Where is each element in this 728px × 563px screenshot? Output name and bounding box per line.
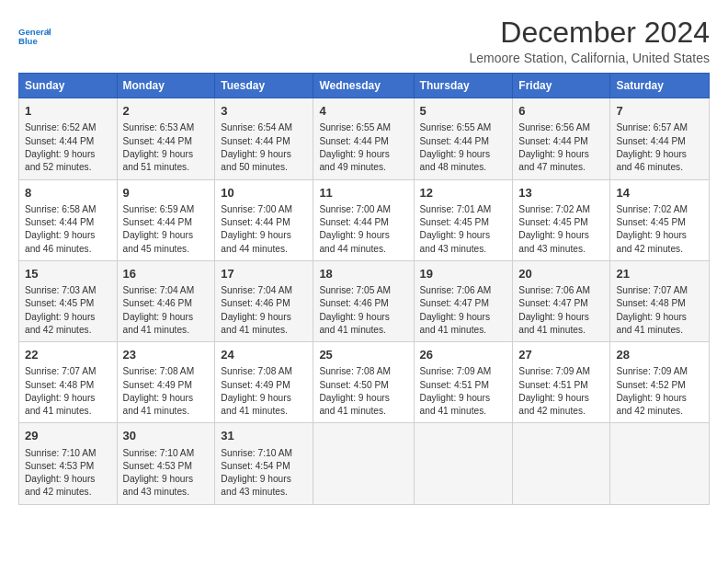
day-number: 1 [25, 103, 111, 120]
calendar-cell: 27 Sunrise: 7:09 AM Sunset: 4:51 PM Dayl… [513, 342, 610, 423]
calendar-cell: 19 Sunrise: 7:06 AM Sunset: 4:47 PM Dayl… [414, 260, 513, 341]
sunrise-label: Sunrise: 6:58 AM [25, 204, 97, 214]
day-number: 15 [25, 266, 111, 282]
day-number: 30 [123, 428, 210, 444]
sunrise-label: Sunrise: 7:08 AM [319, 366, 391, 376]
sunrise-label: Sunrise: 6:56 AM [518, 122, 590, 132]
daylight-label: Daylight: 9 hours and 42 minutes. [25, 474, 95, 497]
sunset-label: Sunset: 4:45 PM [25, 298, 94, 308]
daylight-label: Daylight: 9 hours and 48 minutes. [420, 149, 490, 172]
calendar-cell: 1 Sunrise: 6:52 AM Sunset: 4:44 PM Dayli… [19, 98, 118, 179]
sunset-label: Sunset: 4:49 PM [221, 380, 290, 390]
daylight-label: Daylight: 9 hours and 52 minutes. [25, 149, 95, 172]
day-number: 6 [518, 103, 604, 120]
title-block: December 2024 Lemoore Station, Californi… [470, 17, 710, 65]
page-container: General Blue December 2024 Lemoore Stati… [0, 0, 728, 514]
day-number: 10 [221, 185, 307, 201]
logo: General Blue [18, 20, 51, 53]
sunrise-label: Sunrise: 7:00 AM [221, 204, 292, 214]
day-number: 20 [518, 266, 604, 282]
sunrise-label: Sunrise: 7:10 AM [25, 448, 97, 458]
day-number: 11 [319, 185, 407, 201]
sunset-label: Sunset: 4:44 PM [25, 136, 94, 146]
week-row-5: 29 Sunrise: 7:10 AM Sunset: 4:53 PM Dayl… [19, 423, 710, 504]
sunset-label: Sunset: 4:47 PM [420, 298, 489, 308]
daylight-label: Daylight: 9 hours and 46 minutes. [25, 230, 95, 253]
calendar-cell: 23 Sunrise: 7:08 AM Sunset: 4:49 PM Dayl… [117, 342, 215, 423]
sunrise-label: Sunrise: 7:01 AM [420, 204, 492, 214]
calendar-cell [513, 423, 610, 504]
sunset-label: Sunset: 4:48 PM [25, 380, 94, 390]
daylight-label: Daylight: 9 hours and 44 minutes. [319, 230, 389, 253]
sunset-label: Sunset: 4:51 PM [518, 380, 587, 390]
calendar-cell [610, 423, 710, 504]
day-number: 27 [518, 347, 604, 363]
sunset-label: Sunset: 4:53 PM [25, 461, 94, 471]
calendar-cell: 7 Sunrise: 6:57 AM Sunset: 4:44 PM Dayli… [610, 98, 710, 179]
sunrise-label: Sunrise: 6:53 AM [123, 122, 195, 132]
sunset-label: Sunset: 4:44 PM [123, 217, 192, 227]
sunset-label: Sunset: 4:51 PM [420, 380, 489, 390]
week-row-1: 1 Sunrise: 6:52 AM Sunset: 4:44 PM Dayli… [19, 98, 710, 179]
calendar-cell: 2 Sunrise: 6:53 AM Sunset: 4:44 PM Dayli… [117, 98, 215, 179]
sunset-label: Sunset: 4:52 PM [616, 380, 685, 390]
calendar-cell: 24 Sunrise: 7:08 AM Sunset: 4:49 PM Dayl… [215, 342, 313, 423]
sunrise-label: Sunrise: 6:55 AM [319, 122, 391, 132]
sunset-label: Sunset: 4:50 PM [319, 380, 388, 390]
daylight-label: Daylight: 9 hours and 41 minutes. [123, 393, 193, 416]
daylight-label: Daylight: 9 hours and 43 minutes. [123, 474, 193, 497]
sunrise-label: Sunrise: 7:03 AM [25, 285, 97, 295]
svg-text:General: General [18, 27, 51, 37]
sunset-label: Sunset: 4:46 PM [221, 298, 290, 308]
calendar-cell: 18 Sunrise: 7:05 AM Sunset: 4:46 PM Dayl… [313, 260, 414, 341]
calendar-cell: 30 Sunrise: 7:10 AM Sunset: 4:53 PM Dayl… [117, 423, 215, 504]
col-header-thursday: Thursday [414, 74, 513, 98]
daylight-label: Daylight: 9 hours and 41 minutes. [25, 393, 95, 416]
sunset-label: Sunset: 4:44 PM [616, 136, 685, 146]
sunrise-label: Sunrise: 7:10 AM [123, 448, 195, 458]
calendar-cell: 29 Sunrise: 7:10 AM Sunset: 4:53 PM Dayl… [19, 423, 118, 504]
sunset-label: Sunset: 4:44 PM [518, 136, 587, 146]
calendar-cell: 9 Sunrise: 6:59 AM Sunset: 4:44 PM Dayli… [117, 179, 215, 260]
calendar-cell: 26 Sunrise: 7:09 AM Sunset: 4:51 PM Dayl… [414, 342, 513, 423]
calendar-table: SundayMondayTuesdayWednesdayThursdayFrid… [18, 73, 710, 505]
sunrise-label: Sunrise: 7:06 AM [420, 285, 492, 295]
sunset-label: Sunset: 4:44 PM [420, 136, 489, 146]
calendar-cell: 6 Sunrise: 6:56 AM Sunset: 4:44 PM Dayli… [513, 98, 610, 179]
daylight-label: Daylight: 9 hours and 51 minutes. [123, 149, 193, 172]
main-title: December 2024 [470, 17, 710, 49]
sunrise-label: Sunrise: 7:09 AM [518, 366, 590, 376]
sunrise-label: Sunrise: 7:02 AM [616, 204, 688, 214]
sunset-label: Sunset: 4:44 PM [25, 217, 94, 227]
sunrise-label: Sunrise: 7:09 AM [616, 366, 688, 376]
calendar-cell: 11 Sunrise: 7:00 AM Sunset: 4:44 PM Dayl… [313, 179, 414, 260]
day-number: 8 [25, 185, 111, 201]
calendar-cell: 4 Sunrise: 6:55 AM Sunset: 4:44 PM Dayli… [313, 98, 414, 179]
calendar-cell: 28 Sunrise: 7:09 AM Sunset: 4:52 PM Dayl… [610, 342, 710, 423]
daylight-label: Daylight: 9 hours and 43 minutes. [420, 230, 490, 253]
sunrise-label: Sunrise: 7:08 AM [123, 366, 195, 376]
sunrise-label: Sunrise: 7:07 AM [25, 366, 97, 376]
calendar-cell: 10 Sunrise: 7:00 AM Sunset: 4:44 PM Dayl… [215, 179, 313, 260]
sunrise-label: Sunrise: 6:57 AM [616, 122, 688, 132]
daylight-label: Daylight: 9 hours and 49 minutes. [319, 149, 389, 172]
day-number: 16 [123, 266, 210, 282]
daylight-label: Daylight: 9 hours and 42 minutes. [616, 230, 686, 253]
daylight-label: Daylight: 9 hours and 50 minutes. [221, 149, 290, 172]
sunrise-label: Sunrise: 7:07 AM [616, 285, 688, 295]
sunset-label: Sunset: 4:45 PM [518, 217, 587, 227]
week-row-3: 15 Sunrise: 7:03 AM Sunset: 4:45 PM Dayl… [19, 260, 710, 341]
day-number: 2 [123, 103, 210, 120]
sunset-label: Sunset: 4:46 PM [319, 298, 388, 308]
col-header-sunday: Sunday [19, 74, 118, 98]
sunrise-label: Sunrise: 6:52 AM [25, 122, 97, 132]
calendar-cell: 22 Sunrise: 7:07 AM Sunset: 4:48 PM Dayl… [19, 342, 118, 423]
daylight-label: Daylight: 9 hours and 41 minutes. [221, 312, 290, 335]
sunset-label: Sunset: 4:53 PM [123, 461, 192, 471]
daylight-label: Daylight: 9 hours and 41 minutes. [123, 312, 193, 335]
day-number: 4 [319, 103, 407, 120]
day-number: 19 [420, 266, 507, 282]
daylight-label: Daylight: 9 hours and 42 minutes. [518, 393, 588, 416]
day-number: 21 [616, 266, 703, 282]
day-number: 22 [25, 347, 111, 363]
